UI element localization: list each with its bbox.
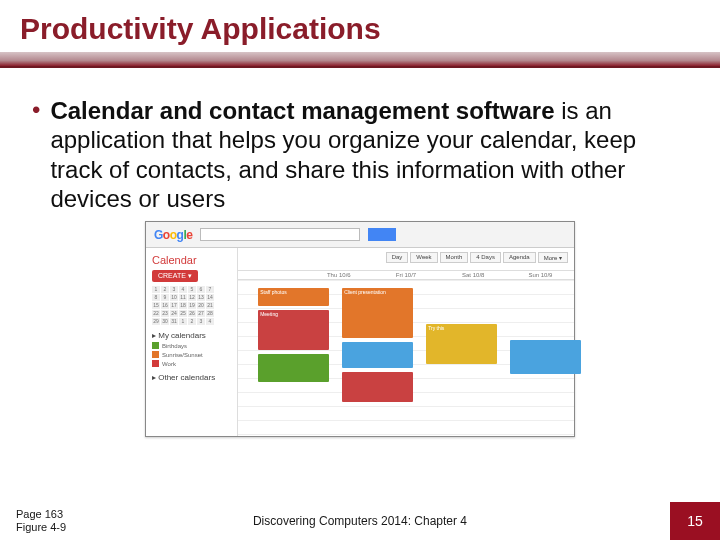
calendar-checkbox[interactable]: Sunrise/Sunset	[152, 351, 231, 358]
day-header: Fri 10/7	[372, 271, 439, 279]
view-tab[interactable]: 4 Days	[470, 252, 501, 263]
view-tab[interactable]: Day	[386, 252, 409, 263]
calendar-checkbox[interactable]: Birthdays	[152, 342, 231, 349]
screenshot-sidebar: Calendar CREATE ▾ 1234567891011121314151…	[146, 248, 238, 436]
view-tab[interactable]: Month	[440, 252, 469, 263]
calendar-event[interactable]: Meeting	[258, 310, 329, 350]
view-tab[interactable]: Agenda	[503, 252, 536, 263]
calendar-event[interactable]	[342, 372, 413, 402]
google-logo: Google	[154, 228, 192, 242]
day-header: Thu 10/6	[305, 271, 372, 279]
app-name: Calendar	[152, 254, 231, 266]
bullet-text: Calendar and contact management software…	[50, 96, 688, 213]
view-tab[interactable]: More ▾	[538, 252, 568, 263]
calendar-screenshot: Google Calendar CREATE ▾ 123456789101112…	[145, 221, 575, 437]
view-tab[interactable]: Week	[410, 252, 437, 263]
create-button[interactable]: CREATE ▾	[152, 270, 198, 282]
calendar-event[interactable]: Staff photos	[258, 288, 329, 306]
title-divider	[0, 52, 720, 68]
sidebar-section-other: ▸ Other calendars	[152, 373, 231, 382]
search-input[interactable]	[200, 228, 360, 241]
footer-center: Discovering Computers 2014: Chapter 4	[0, 514, 720, 528]
calendar-checkbox[interactable]: Work	[152, 360, 231, 367]
calendar-grid: DayWeekMonth4 DaysAgendaMore ▾ Thu 10/6F…	[238, 248, 574, 436]
day-header	[238, 271, 305, 279]
day-header: Sun 10/9	[507, 271, 574, 279]
bullet-marker: •	[32, 96, 40, 213]
calendar-event[interactable]: Try this	[426, 324, 497, 364]
slide-footer: Page 163 Figure 4-9 Discovering Computer…	[0, 502, 720, 540]
sidebar-section-mycals: ▸ My calendars	[152, 331, 231, 340]
screenshot-topbar: Google	[146, 222, 574, 248]
calendar-event[interactable]	[342, 342, 413, 368]
slide-body: • Calendar and contact management softwa…	[0, 68, 720, 437]
calendar-event[interactable]: Client presentation	[342, 288, 413, 338]
day-header: Sat 10/8	[440, 271, 507, 279]
bullet-bold: Calendar and contact management software	[50, 97, 554, 124]
time-slots: Staff photosMeetingClient presentationTr…	[238, 280, 574, 440]
calendar-event[interactable]	[258, 354, 329, 382]
day-headers: Thu 10/6Fri 10/7Sat 10/8Sun 10/9	[238, 270, 574, 280]
bullet-item: • Calendar and contact management softwa…	[32, 96, 688, 213]
search-button[interactable]	[368, 228, 396, 241]
view-tabs: DayWeekMonth4 DaysAgendaMore ▾	[386, 252, 568, 263]
calendar-event[interactable]	[510, 340, 581, 374]
slide-title: Productivity Applications	[0, 0, 720, 52]
mini-calendar[interactable]: 1234567891011121314151617181920212223242…	[152, 286, 231, 325]
